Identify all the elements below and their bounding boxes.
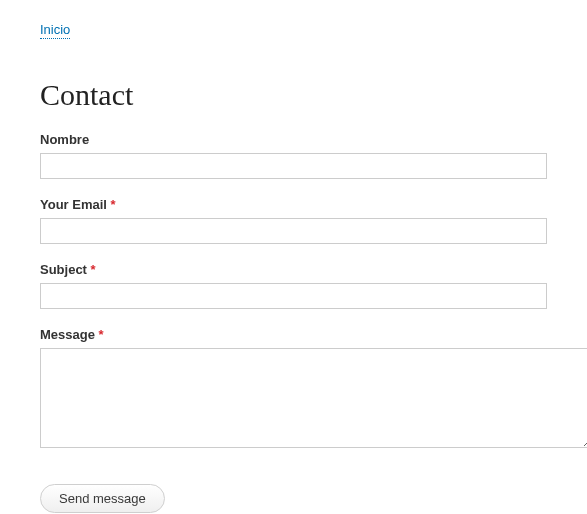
subject-label: Subject *	[40, 262, 547, 277]
form-group-email: Your Email *	[40, 197, 547, 244]
name-input[interactable]	[40, 153, 547, 179]
breadcrumb-home-link[interactable]: Inicio	[40, 22, 70, 39]
message-label: Message *	[40, 327, 547, 342]
name-label-text: Nombre	[40, 132, 89, 147]
form-group-message: Message *	[40, 327, 547, 452]
required-mark-icon: *	[111, 197, 116, 212]
email-label-text: Your Email	[40, 197, 111, 212]
contact-form: Nombre Your Email * Subject * Message * …	[40, 132, 547, 513]
email-label: Your Email *	[40, 197, 547, 212]
subject-input[interactable]	[40, 283, 547, 309]
email-input[interactable]	[40, 218, 547, 244]
required-mark-icon: *	[99, 327, 104, 342]
form-group-subject: Subject *	[40, 262, 547, 309]
page-title: Contact	[40, 78, 547, 112]
name-label: Nombre	[40, 132, 547, 147]
form-group-name: Nombre	[40, 132, 547, 179]
message-textarea[interactable]	[40, 348, 587, 448]
subject-label-text: Subject	[40, 262, 91, 277]
message-label-text: Message	[40, 327, 99, 342]
send-message-button[interactable]: Send message	[40, 484, 165, 513]
required-mark-icon: *	[91, 262, 96, 277]
